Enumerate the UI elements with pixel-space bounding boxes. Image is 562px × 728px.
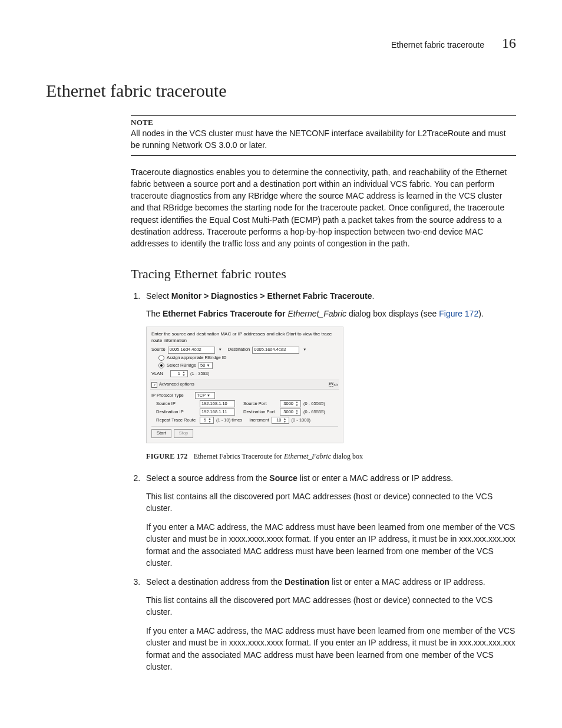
source-port-label: Source Port: [243, 401, 277, 407]
steps-list: Select Monitor > Diagnostics > Ethernet …: [131, 290, 516, 673]
protocol-combo[interactable]: TCP▼: [195, 392, 215, 399]
destination-combo[interactable]: 0005.1ed4.4cd3: [252, 347, 299, 354]
note-body: All nodes in the VCS cluster must have t…: [131, 127, 516, 151]
step1-result: The Ethernet Fabrics Traceroute for Ethe…: [146, 308, 516, 319]
source-ip-input[interactable]: 192.168.1.10: [200, 400, 235, 407]
step1-pre: Select: [146, 291, 171, 301]
assign-rbridge-label: Assign appropriate RBridge ID: [167, 355, 226, 361]
step1-menu-path: Monitor > Diagnostics > Ethernet Fabric …: [171, 291, 372, 301]
step2-p1: This list contains all the discovered po…: [146, 490, 516, 515]
source-port-spinner[interactable]: 3000▲▼: [280, 400, 301, 407]
select-rbridge-radio[interactable]: [158, 363, 164, 368]
step3-p1: This list contains all the discovered po…: [146, 594, 516, 618]
advanced-options-header[interactable]: ✓ Advanced options ︽: [150, 380, 339, 390]
dest-port-spinner[interactable]: 3000▲▼: [280, 409, 301, 416]
collapse-up-icon[interactable]: ︽: [329, 381, 338, 388]
advanced-checkbox[interactable]: ✓: [151, 382, 157, 388]
page-content: Ethernet fabric traceroute 16 Ethernet f…: [0, 0, 562, 715]
figure-xref[interactable]: Figure 172: [439, 309, 478, 318]
repeat-spinner[interactable]: 5▲▼: [200, 417, 214, 424]
start-button[interactable]: Start: [151, 429, 171, 438]
source-ip-label: Source IP: [151, 401, 197, 407]
running-head: Ethernet fabric traceroute 16: [46, 35, 516, 51]
dest-port-label: Destination Port: [243, 409, 277, 416]
note-block: NOTE All nodes in the VCS cluster must h…: [131, 115, 516, 156]
increment-range: (0 - 1000): [292, 417, 311, 424]
note-head: NOTE: [131, 118, 516, 127]
assign-rbridge-radio[interactable]: [158, 355, 164, 361]
intro-paragraph: Traceroute diagnostics enables you to de…: [131, 166, 516, 250]
dest-ip-label: Destination IP: [151, 409, 197, 416]
source-port-range: (0 - 65535): [303, 401, 325, 407]
source-combo[interactable]: 0005.1ed4.4cd2: [168, 347, 215, 354]
protocol-label: IP Protocol Type: [151, 393, 193, 399]
dialog-instruction: Enter the source and destination MAC or …: [151, 331, 338, 344]
dest-ip-input[interactable]: 192.168.1.11: [200, 409, 235, 416]
select-rbridge-label: Select RBridge: [167, 363, 196, 369]
chapter-number: 16: [502, 35, 516, 51]
vlan-range: (1 - 3583): [190, 371, 210, 377]
vlan-spinner[interactable]: 1▲▼: [170, 370, 188, 377]
step1-post: .: [372, 291, 375, 301]
stop-button[interactable]: Stop: [174, 429, 193, 438]
step-1: Select Monitor > Diagnostics > Ethernet …: [143, 290, 516, 462]
increment-label: Increment: [249, 417, 269, 424]
body-column: NOTE All nodes in the VCS cluster must h…: [131, 115, 516, 673]
traceroute-dialog: Enter the source and destination MAC or …: [146, 327, 343, 443]
step2-p2: If you enter a MAC address, the MAC addr…: [146, 521, 516, 569]
chevron-down-icon[interactable]: ▼: [303, 347, 306, 352]
step-2: Select a source address from the Source …: [143, 472, 516, 569]
advanced-label: Advanced options: [159, 381, 194, 388]
dest-port-range: (0 - 65535): [303, 409, 325, 416]
step3-p2: If you enter a MAC address, the MAC addr…: [146, 625, 516, 673]
repeat-label: Repeat Trace Route: [151, 417, 197, 424]
source-label: Source: [151, 347, 166, 353]
running-title: Ethernet fabric traceroute: [391, 40, 484, 50]
increment-spinner[interactable]: 10▲▼: [272, 417, 289, 424]
step-3: Select a destination address from the De…: [143, 576, 516, 673]
repeat-range: (1 - 10) times: [216, 417, 242, 424]
chevron-down-icon[interactable]: ▼: [219, 347, 222, 352]
vlan-label: VLAN: [151, 371, 168, 377]
figure-caption: FIGURE 172 Ethernet Fabrics Traceroute f…: [146, 452, 516, 462]
select-rbridge-combo[interactable]: 50▼: [199, 362, 213, 369]
section-title: Ethernet fabric traceroute: [46, 81, 516, 101]
destination-label: Destination: [228, 347, 250, 353]
subsection-title: Tracing Ethernet fabric routes: [131, 266, 516, 282]
